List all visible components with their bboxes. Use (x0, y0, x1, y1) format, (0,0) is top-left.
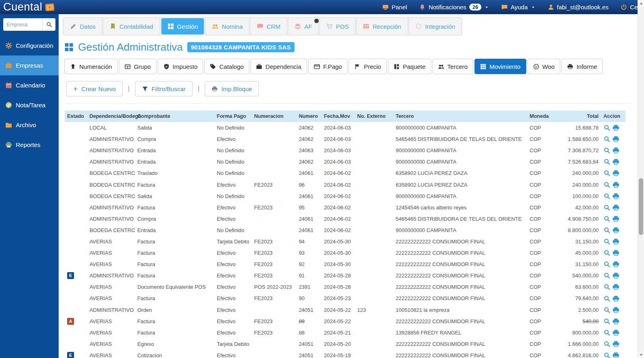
view-row-button[interactable] (604, 147, 610, 154)
table-row[interactable]: ADMINISTRATIVOEntradaNo Definido24062202… (65, 156, 625, 167)
print-row-button[interactable] (612, 170, 619, 177)
view-row-button[interactable] (604, 352, 610, 358)
view-row-button[interactable] (604, 170, 610, 177)
print-row-button[interactable] (612, 158, 619, 165)
subtab-catalogo[interactable]: Catalogo (204, 59, 249, 74)
table-row[interactable]: ADMINISTRATIVOOrdenEfectivo240512024-05-… (65, 304, 625, 315)
view-row-button[interactable] (604, 341, 610, 347)
scroll-down-button[interactable] (638, 352, 644, 358)
subtab-informe[interactable]: Informe (561, 59, 603, 74)
table-row[interactable]: AVERIASFacturaEfectivoFE2023902024-05-23… (65, 292, 625, 304)
print-row-button[interactable] (612, 227, 619, 234)
sidebar-item-empresas[interactable]: Empresas (0, 55, 59, 75)
subtab-woo[interactable]: WWoo (527, 59, 561, 74)
table-row[interactable]: BODEGA CENTROSalidaNo Definido240612024-… (65, 190, 625, 202)
create-new-button[interactable]: +Crear Nuevo (66, 81, 123, 96)
sidebar-item-configuraci-n[interactable]: Configuración (0, 36, 59, 55)
print-row-button[interactable] (612, 193, 619, 200)
sidebar-item-calendario[interactable]: Calendario (0, 75, 59, 95)
view-row-button[interactable] (604, 204, 610, 211)
view-row-button[interactable] (604, 329, 610, 336)
view-row-button[interactable] (604, 272, 610, 279)
print-row-button[interactable] (612, 283, 619, 290)
view-row-button[interactable] (604, 181, 610, 188)
table-row[interactable]: AVERIASFacturaEfectivoFE2023922024-05-30… (65, 258, 625, 270)
print-row-button[interactable] (612, 261, 619, 268)
app-logo[interactable]: Cuental (0, 1, 55, 13)
scrollbar-thumb[interactable] (639, 178, 643, 235)
tab-recepci-n[interactable]: Recepción (357, 18, 407, 34)
topnav-fabi-st-outlook-es[interactable]: fabi_st@outlook.es (548, 4, 609, 11)
print-row-button[interactable] (612, 272, 619, 279)
view-row-button[interactable] (604, 307, 610, 313)
tab-af[interactable]: AF (288, 18, 318, 34)
tab-gesti-n[interactable]: Gestión (161, 18, 204, 34)
subtab-numeraci-n[interactable]: Numeración (64, 59, 118, 74)
subtab-f-pago[interactable]: F.Pago (308, 59, 348, 74)
table-row[interactable]: ADMINISTRATIVOCompraEfectivo240622024-06… (65, 133, 625, 145)
view-row-button[interactable] (604, 261, 610, 268)
print-row-button[interactable] (612, 318, 619, 325)
print-row-button[interactable] (612, 215, 619, 222)
print-row-button[interactable] (612, 124, 619, 131)
subtab-precio[interactable]: Precio (349, 59, 387, 74)
view-row-button[interactable] (604, 158, 610, 165)
print-row-button[interactable] (612, 249, 619, 256)
search-button[interactable] (42, 18, 55, 31)
filter-search-button[interactable]: Filtro/Buscar (135, 81, 193, 96)
print-row-button[interactable] (612, 307, 619, 313)
tab-nomina[interactable]: Nomina (206, 18, 249, 34)
sidebar-item-archivo[interactable]: Archivo (0, 115, 59, 135)
table-row[interactable]: AVERIASFacturaTarjeta DebitoFE2023942024… (65, 236, 625, 247)
table-row[interactable]: EAVERIASCotizacionEfectivo240512024-05-1… (65, 349, 625, 358)
view-row-button[interactable] (604, 318, 610, 325)
view-row-button[interactable] (604, 295, 610, 302)
topnav-cerrar-sesi-n[interactable]: Cerrar sesión (621, 4, 638, 11)
subtab-dependencia[interactable]: Dependencia (250, 59, 307, 74)
tab-integraci-n[interactable]: Integración (409, 18, 461, 34)
print-row-button[interactable] (612, 147, 619, 154)
topnav-panel[interactable]: Panel (382, 4, 407, 11)
print-row-button[interactable] (612, 204, 619, 211)
tab-datos[interactable]: Datos (64, 18, 102, 34)
table-row[interactable]: AVERIASDocumento Equivalente POSEfectivo… (65, 281, 625, 292)
view-row-button[interactable] (604, 136, 610, 143)
subtab-tercero[interactable]: Tercero (432, 59, 473, 74)
view-row-button[interactable] (604, 227, 610, 234)
view-row-button[interactable] (604, 283, 610, 290)
view-row-button[interactable] (604, 215, 610, 222)
subtab-grupo[interactable]: Grupo (119, 59, 157, 74)
table-row[interactable]: ADMINISTRATIVOCompraEfectivo240612024-06… (65, 213, 625, 224)
table-row[interactable]: BODEGA CENTROFacturaEfectivoFE2023962024… (65, 179, 625, 190)
table-row[interactable]: BODEGA CENTROTrasladoNo Definido24061202… (65, 167, 625, 179)
print-row-button[interactable] (612, 238, 619, 245)
table-row[interactable]: BODEGA CENTROEntradaNo Definido240612024… (65, 224, 625, 236)
table-row[interactable]: EADMINISTRATIVOFacturaEfectivoFE20239120… (65, 270, 625, 281)
print-block-button[interactable]: Imp.Bloque (205, 81, 259, 96)
view-row-button[interactable] (604, 249, 610, 256)
table-row[interactable]: LOCALSalidaNo Definido240622024-06-03900… (65, 122, 625, 133)
table-row[interactable]: AVERIASFacturaEfectivoFE2023932024-05-30… (65, 247, 625, 258)
tab-pos[interactable]: POS (320, 18, 355, 34)
print-row-button[interactable] (612, 329, 619, 336)
view-row-button[interactable] (604, 193, 610, 200)
table-row[interactable]: ADMINISTRATIVOFacturaEfectivoFE202395202… (65, 202, 625, 213)
view-row-button[interactable] (604, 238, 610, 245)
sidebar-item-nota-tarea[interactable]: Nota/Tarea (0, 95, 59, 115)
print-row-button[interactable] (612, 295, 619, 302)
topnav-ayuda[interactable]: Ayuda (501, 4, 535, 11)
search-input[interactable] (3, 18, 42, 31)
scroll-up-button[interactable] (638, 0, 644, 6)
print-row-button[interactable] (612, 181, 619, 188)
table-row[interactable]: ADMINISTRATIVOEntradaNo Definido24063202… (65, 145, 625, 156)
print-row-button[interactable] (612, 352, 619, 358)
table-row[interactable]: AVERIASEgresoTarjeta Debito240512024-05-… (65, 338, 625, 349)
print-row-button[interactable] (612, 136, 619, 143)
subtab-paquete[interactable]: Paquete (388, 59, 431, 74)
view-row-button[interactable] (604, 124, 610, 131)
topnav-notificaciones[interactable]: Notificaciones26 (419, 4, 489, 11)
tab-crm[interactable]: CRM (251, 18, 286, 34)
subtab-movimiento[interactable]: Movimiento (475, 59, 526, 74)
print-row-button[interactable] (612, 341, 619, 347)
subtab-impuesto[interactable]: Impuesto (158, 59, 203, 74)
